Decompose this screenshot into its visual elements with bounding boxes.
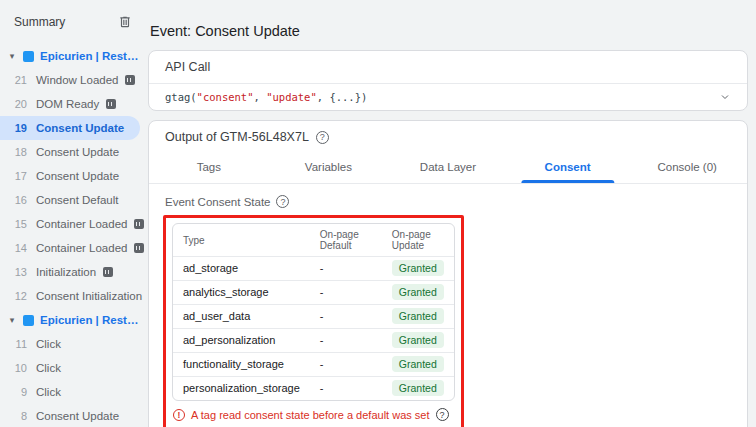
sidebar-event-consent-initialization[interactable]: 12Consent Initialization (0, 284, 148, 308)
event-label: Click (36, 338, 61, 350)
tab-tags[interactable]: Tags (149, 153, 269, 183)
sidebar-group-header[interactable]: Epicurien | Restaurant | ... (0, 308, 148, 332)
consent-type-cell: ad_personalization (173, 329, 310, 353)
code-token: "consent" (197, 91, 254, 103)
event-number: 19 (0, 122, 27, 134)
event-label: Container Loaded (36, 218, 127, 230)
tags-fired-badge-icon (134, 219, 144, 229)
code-token: "update" (266, 91, 317, 103)
event-label: Consent Update (36, 122, 124, 134)
error-icon (173, 409, 185, 421)
sidebar-event-dom-ready[interactable]: 20DOM Ready (0, 92, 148, 116)
tab-data-layer[interactable]: Data Layer (388, 153, 508, 183)
event-number: 21 (0, 74, 27, 86)
consent-type-cell: ad_user_data (173, 305, 310, 329)
output-title: Output of GTM-56L48X7L (165, 130, 309, 144)
event-number: 9 (0, 386, 27, 398)
sidebar: Summary Epicurien | Restaurant | ...21Wi… (0, 0, 148, 427)
help-icon[interactable] (436, 408, 449, 421)
event-label: Consent Update (36, 410, 119, 422)
warning-text: A tag read consent state before a defaul… (191, 409, 430, 421)
on-page-default-cell: - (310, 257, 382, 281)
event-number: 15 (0, 218, 27, 230)
event-number: 8 (0, 410, 27, 422)
event-list: Epicurien | Restaurant | ...21Window Loa… (0, 44, 148, 427)
sidebar-event-consent-update[interactable]: 19Consent Update (0, 116, 140, 140)
sidebar-header: Summary (0, 12, 148, 32)
chevron-down-icon (7, 51, 17, 61)
event-number: 10 (0, 362, 27, 374)
chevron-down-icon (7, 315, 17, 325)
api-call-code-row[interactable]: gtag("consent", "update", {...}) (149, 84, 747, 110)
granted-badge: Granted (392, 260, 444, 276)
granted-badge: Granted (392, 356, 444, 372)
container-icon (23, 51, 34, 62)
event-label: Consent Update (36, 146, 119, 158)
sidebar-event-click[interactable]: 9Click (0, 380, 148, 404)
on-page-default-cell: - (310, 305, 382, 329)
chevron-down-icon[interactable] (719, 91, 731, 103)
event-label: Click (36, 362, 61, 374)
granted-badge: Granted (392, 308, 444, 324)
tab-console-0[interactable]: Console (0) (627, 153, 747, 183)
output-card: Output of GTM-56L48X7L TagsVariablesData… (148, 120, 748, 427)
page-title: Event: Consent Update (150, 23, 748, 39)
event-label: Consent Initialization (36, 290, 142, 302)
on-page-default-cell: - (310, 281, 382, 305)
api-call-code: gtag("consent", "update", {...}) (165, 91, 719, 103)
consent-row: ad_storage-Granted (173, 257, 454, 281)
tags-fired-badge-icon (103, 267, 113, 277)
tag-assistant-app: Summary Epicurien | Restaurant | ...21Wi… (0, 0, 756, 427)
consent-row: ad_personalization-Granted (173, 329, 454, 353)
sidebar-event-click[interactable]: 10Click (0, 356, 148, 380)
column-header-on-page-update: On-page Update (382, 224, 454, 257)
consent-type-cell: personalization_storage (173, 377, 310, 400)
on-page-update-cell: Granted (382, 257, 454, 281)
event-number: 16 (0, 194, 27, 206)
sidebar-group-header[interactable]: Epicurien | Restaurant | ... (0, 44, 148, 68)
annotation-box: TypeOn-page DefaultOn-page Updatead_stor… (163, 215, 464, 427)
consent-row: ad_user_data-Granted (173, 305, 454, 329)
consent-row: functionality_storage-Granted (173, 353, 454, 377)
event-label: Consent Update (36, 170, 119, 182)
help-icon[interactable] (316, 131, 329, 144)
consent-table: TypeOn-page DefaultOn-page Updatead_stor… (172, 223, 455, 401)
sidebar-event-container-loaded[interactable]: 14Container Loaded (0, 236, 148, 260)
event-label: Window Loaded (36, 74, 118, 86)
event-number: 13 (0, 266, 27, 278)
tags-fired-badge-icon (106, 99, 116, 109)
consent-state-label: Event Consent State (165, 196, 270, 208)
sidebar-event-consent-update[interactable]: 18Consent Update (0, 140, 148, 164)
container-name: Epicurien | Restaurant | ... (40, 314, 142, 326)
sidebar-event-initialization[interactable]: 13Initialization (0, 260, 148, 284)
event-label: DOM Ready (36, 98, 99, 110)
column-header-on-page-default: On-page Default (310, 224, 382, 257)
sidebar-event-container-loaded[interactable]: 15Container Loaded (0, 212, 148, 236)
consent-tab-panel: Event Consent State TypeOn-page DefaultO… (149, 184, 747, 427)
container-icon (23, 315, 34, 326)
on-page-update-cell: Granted (382, 377, 454, 400)
consent-type-cell: analytics_storage (173, 281, 310, 305)
sidebar-event-consent-default[interactable]: 16Consent Default (0, 188, 148, 212)
output-tabs: TagsVariablesData LayerConsentConsole (0… (149, 153, 747, 184)
tab-consent[interactable]: Consent (508, 153, 628, 183)
clear-events-icon[interactable] (118, 15, 132, 29)
on-page-update-cell: Granted (382, 305, 454, 329)
event-number: 17 (0, 170, 27, 182)
container-name: Epicurien | Restaurant | ... (40, 50, 142, 62)
consent-warning: A tag read consent state before a defaul… (173, 408, 454, 421)
granted-badge: Granted (392, 380, 444, 396)
tags-fired-badge-icon (134, 243, 144, 253)
granted-badge: Granted (392, 332, 444, 348)
event-label: Consent Default (36, 194, 118, 206)
event-label: Initialization (36, 266, 96, 278)
tags-fired-badge-icon (125, 75, 135, 85)
sidebar-event-consent-update[interactable]: 17Consent Update (0, 164, 148, 188)
on-page-update-cell: Granted (382, 281, 454, 305)
sidebar-event-window-loaded[interactable]: 21Window Loaded (0, 68, 148, 92)
event-label: Container Loaded (36, 242, 127, 254)
tab-variables[interactable]: Variables (269, 153, 389, 183)
sidebar-event-click[interactable]: 11Click (0, 332, 148, 356)
sidebar-event-consent-update[interactable]: 8Consent Update (0, 404, 148, 427)
help-icon[interactable] (276, 195, 289, 208)
